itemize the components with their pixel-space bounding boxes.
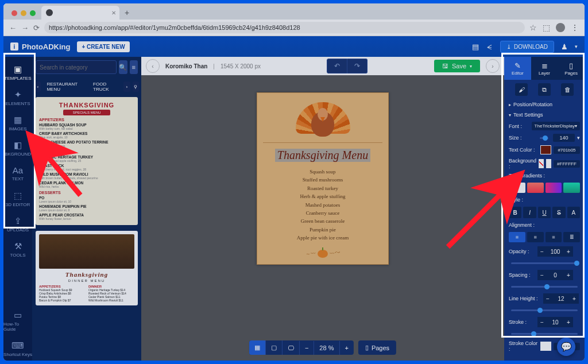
bg-color-swatch[interactable]: [546, 159, 551, 168]
profile-icon[interactable]: [556, 23, 565, 32]
search-input[interactable]: [36, 60, 117, 74]
opacity-minus[interactable]: −: [537, 246, 547, 257]
rail-templates[interactable]: ▣TEMPLATES: [3, 60, 32, 84]
bg-color-hex[interactable]: #FFFFFF: [554, 160, 580, 168]
tab-pages[interactable]: ▯Pages: [558, 57, 585, 80]
browser-tab[interactable]: ✕: [41, 6, 119, 20]
size-value[interactable]: 140: [553, 134, 575, 142]
pos-rot-section[interactable]: ▸Position/Rotation: [504, 99, 585, 110]
spacing-minus[interactable]: −: [537, 270, 547, 280]
bold-button[interactable]: B: [509, 207, 521, 218]
cat-item[interactable]: FOOD TRUCK: [90, 80, 121, 94]
user-menu-icon[interactable]: ♟: [561, 42, 568, 51]
list-toggle-button[interactable]: ≡: [130, 60, 138, 74]
back-button[interactable]: ←: [9, 24, 17, 32]
chat-button[interactable]: 💬: [557, 338, 575, 356]
zoom-out-button[interactable]: −: [300, 341, 314, 355]
font-select[interactable]: TheTricksterDisplay▾: [532, 122, 580, 130]
menu-items-text[interactable]: Squash soup Stuffed mushrooms Roasted tu…: [297, 168, 349, 242]
download-button[interactable]: ⤓ DOWNLOAD: [500, 41, 554, 53]
save-button[interactable]: 🖫 Save ▾: [434, 60, 480, 72]
design-canvas[interactable]: Thanksgiving Menu Squash soup Stuffed mu…: [257, 92, 389, 265]
text-settings-section[interactable]: ▾Text Settings: [504, 110, 585, 120]
lh-value[interactable]: 12: [552, 293, 570, 304]
rail-tools[interactable]: ⚒TOOLS: [3, 237, 32, 261]
search-button[interactable]: 🔍: [119, 60, 127, 74]
align-center-button[interactable]: ≡: [527, 232, 544, 242]
rail-text[interactable]: AaTEXT: [3, 161, 32, 185]
rail-background[interactable]: ◧BKGROUND: [3, 136, 32, 160]
add-gradient-button[interactable]: +: [509, 183, 525, 193]
lineheight-slider[interactable]: [511, 309, 578, 311]
case-button[interactable]: A: [567, 207, 580, 218]
menu-icon[interactable]: ⋮: [571, 23, 579, 32]
new-tab-button[interactable]: +: [122, 7, 132, 18]
template-card[interactable]: Thanksgiving DINNER MENU APPETIZERS Hubb…: [36, 231, 138, 305]
size-slider[interactable]: [540, 137, 548, 139]
extension-icon[interactable]: ⬚: [543, 23, 550, 32]
zoom-value[interactable]: 28 %: [314, 341, 339, 355]
lh-plus[interactable]: +: [570, 293, 579, 304]
pages-button[interactable]: ▯ Pages: [358, 340, 396, 355]
app-logo[interactable]: i PhotoADKing: [10, 42, 70, 51]
rail-3d-editor[interactable]: ⬚3D EDITOR: [3, 187, 32, 211]
fit-grid-button[interactable]: ▦: [249, 340, 266, 355]
strike-button[interactable]: S: [552, 207, 565, 218]
stroke-minus[interactable]: −: [537, 317, 547, 327]
window-controls[interactable]: [8, 10, 39, 20]
align-justify-button[interactable]: ≣: [563, 232, 580, 242]
chevron-down-icon[interactable]: ▾: [575, 44, 578, 49]
align-left-button[interactable]: ≡: [509, 232, 525, 242]
rail-shortcuts[interactable]: ⌨Shortcut Keys: [3, 336, 32, 361]
delete-button[interactable]: 🗑: [561, 83, 574, 96]
stroke-slider[interactable]: [511, 333, 578, 335]
forward-button[interactable]: →: [21, 24, 29, 32]
undo-button[interactable]: ↶: [327, 59, 347, 73]
rail-uploads[interactable]: ⇪UPLOADS: [3, 212, 32, 236]
menu-title-text[interactable]: Thanksgiving Menu: [275, 149, 370, 162]
text-color-swatch[interactable]: [540, 145, 551, 154]
duplicate-button[interactable]: ⧉: [538, 83, 551, 96]
present-button[interactable]: 🖵: [283, 341, 300, 355]
cat-filter[interactable]: ⚲: [133, 82, 139, 92]
comments-icon[interactable]: ▤: [472, 42, 479, 51]
fit-single-button[interactable]: ▢: [266, 340, 283, 355]
spacing-plus[interactable]: +: [564, 270, 573, 280]
gradient-swatch[interactable]: [563, 183, 580, 193]
star-icon[interactable]: ☆: [529, 23, 537, 32]
next-page-button[interactable]: ›: [486, 59, 500, 73]
spacing-value[interactable]: 0: [547, 270, 564, 280]
align-right-button[interactable]: ≡: [546, 232, 562, 242]
rail-images[interactable]: ▦IMAGES: [3, 111, 32, 135]
cat-next[interactable]: ›: [123, 82, 130, 92]
opacity-value[interactable]: 100: [547, 246, 564, 257]
format-painter-button[interactable]: 🖌: [515, 83, 528, 96]
gradient-swatch[interactable]: [546, 183, 562, 193]
address-bar[interactable]: [44, 22, 525, 33]
bg-none-swatch[interactable]: [539, 159, 544, 168]
cat-item[interactable]: RESTAURANT MENU: [43, 80, 87, 94]
rail-howto[interactable]: ▭How-To Guide: [3, 309, 32, 333]
canvas-stage[interactable]: Thanksgiving Menu Squash soup Stuffed mu…: [141, 75, 504, 361]
stroke-plus[interactable]: +: [564, 317, 573, 327]
redo-button[interactable]: ↷: [347, 59, 368, 73]
text-color-hex[interactable]: #701b05: [554, 146, 580, 154]
underline-button[interactable]: U: [538, 207, 551, 218]
rail-elements[interactable]: ✦ELEMENTS: [3, 86, 32, 110]
opacity-slider[interactable]: [511, 262, 578, 264]
italic-button[interactable]: I: [523, 207, 536, 218]
gradient-swatch[interactable]: [527, 183, 544, 193]
template-card[interactable]: THANKSGIVING SPECIALS MENU APPETIZERS HU…: [36, 97, 138, 225]
close-icon[interactable]: ✕: [111, 10, 116, 16]
stroke-value[interactable]: 10: [547, 317, 564, 327]
prev-page-button[interactable]: ‹: [146, 59, 160, 73]
spacing-slider[interactable]: [511, 286, 578, 288]
lh-minus[interactable]: −: [543, 293, 552, 304]
reload-button[interactable]: ⟳: [33, 24, 40, 32]
cat-prev[interactable]: ‹: [34, 82, 41, 92]
stroke-color-swatch[interactable]: [540, 342, 551, 351]
share-icon[interactable]: ⪪: [486, 42, 493, 51]
tab-layer[interactable]: ≣Layer: [531, 57, 558, 80]
tab-editor[interactable]: ✎Editor: [504, 57, 531, 80]
opacity-plus[interactable]: +: [564, 246, 573, 257]
